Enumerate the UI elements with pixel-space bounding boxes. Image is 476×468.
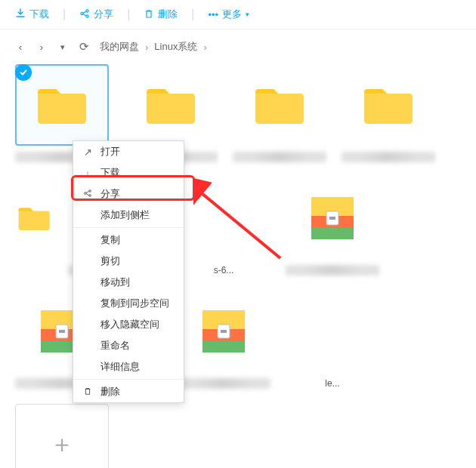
item-label: le... — [286, 378, 379, 389]
plus-icon: ＋ — [50, 428, 74, 461]
item-label — [177, 378, 270, 389]
item-label — [233, 152, 326, 162]
nav-bar: ‹ › ▾ ⟳ 我的网盘 › Linux系统 › — [0, 29, 476, 64]
ctx-separator — [73, 379, 184, 380]
ctx-sync-copy[interactable]: 复制到同步空间 — [73, 293, 184, 314]
chevron-right-icon: › — [203, 42, 206, 53]
chevron-right-icon: › — [145, 42, 148, 53]
trash-icon — [144, 8, 154, 21]
svg-rect-22 — [221, 330, 227, 333]
ctx-cut[interactable]: 剪切 — [73, 251, 184, 272]
file-item[interactable]: le... — [286, 291, 379, 389]
delete-label: 删除 — [158, 8, 178, 21]
ctx-copy[interactable]: 复制 — [73, 229, 184, 251]
download-button[interactable]: 下载 — [15, 8, 49, 21]
ctx-rename[interactable]: 重命名 — [73, 335, 184, 356]
back-button[interactable]: ‹ — [15, 42, 26, 52]
breadcrumb: 我的网盘 › Linux系统 › — [100, 40, 207, 54]
download-icon — [15, 8, 26, 21]
svg-point-2 — [86, 14, 88, 17]
chevron-down-icon: ▾ — [246, 11, 249, 18]
ctx-move[interactable]: 移动到 — [73, 272, 184, 293]
delete-button[interactable]: 删除 — [144, 8, 178, 21]
svg-point-1 — [86, 9, 88, 11]
upload-button[interactable]: ＋ 上传文件 — [15, 404, 109, 468]
crumb-path1[interactable]: Linux系统 — [154, 40, 197, 54]
ctx-delete[interactable]: 删除 — [73, 381, 184, 402]
archive-item[interactable] — [286, 177, 379, 276]
svg-rect-7 — [329, 217, 335, 220]
toolbar-sep: | — [191, 8, 194, 21]
trash-icon — [82, 386, 93, 398]
svg-rect-5 — [311, 228, 354, 239]
svg-line-26 — [198, 190, 280, 258]
folder-item[interactable] — [342, 64, 435, 162]
svg-rect-12 — [59, 330, 65, 333]
annotation-highlight — [71, 175, 195, 201]
ctx-details[interactable]: 详细信息 — [73, 356, 184, 377]
selected-badge — [15, 64, 32, 81]
folder-item[interactable] — [233, 64, 326, 162]
svg-point-0 — [81, 12, 83, 14]
more-icon: ••• — [208, 9, 218, 20]
item-label — [286, 265, 379, 276]
ctx-hidden-move[interactable]: 移入隐藏空间 — [73, 314, 184, 335]
refresh-button[interactable]: ⟳ — [79, 42, 89, 52]
ctx-add-sidebar[interactable]: 添加到侧栏 — [73, 205, 184, 226]
item-label — [342, 152, 435, 162]
crumb-root[interactable]: 我的网盘 — [100, 40, 139, 54]
ctx-separator — [73, 227, 184, 228]
download-label: 下载 — [29, 8, 49, 21]
more-button[interactable]: ••• 更多 ▾ — [208, 8, 249, 21]
archive-item[interactable] — [177, 291, 270, 389]
folder-item[interactable] — [15, 177, 53, 276]
share-button[interactable]: 分享 — [79, 8, 113, 21]
svg-rect-20 — [202, 341, 245, 353]
share-label: 分享 — [94, 8, 113, 21]
open-icon: ↗ — [82, 146, 93, 158]
forward-button[interactable]: › — [36, 42, 47, 52]
history-dropdown[interactable]: ▾ — [57, 42, 68, 52]
annotation-arrow — [193, 178, 284, 269]
more-label: 更多 — [222, 8, 242, 21]
share-icon — [79, 8, 90, 21]
toolbar-sep: | — [63, 8, 66, 21]
ctx-open[interactable]: ↗打开 — [73, 141, 184, 162]
action-toolbar: 下载 | 分享 | 删除 | ••• 更多 ▾ — [0, 0, 476, 29]
toolbar-sep: | — [127, 8, 130, 21]
